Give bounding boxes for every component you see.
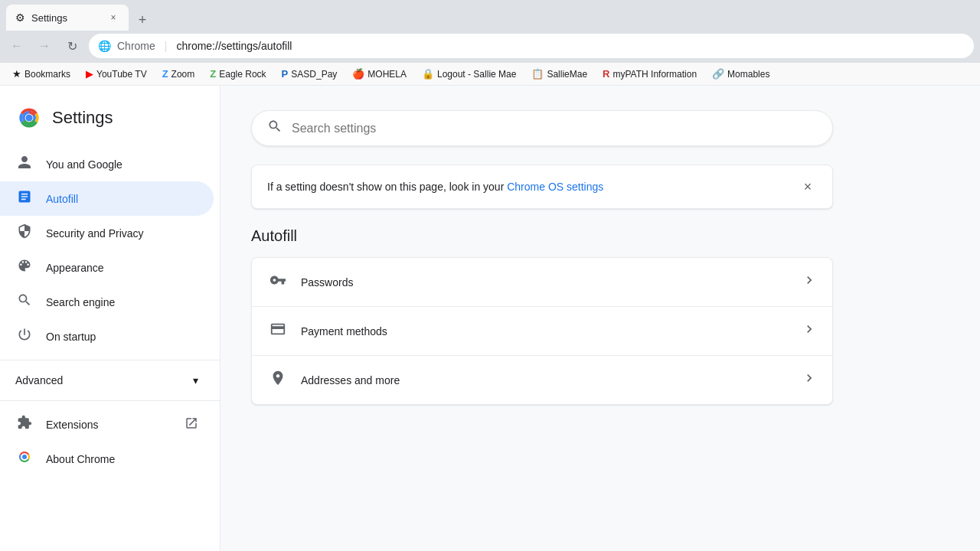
chrome-logo-icon	[15, 104, 43, 132]
bookmark-sasd-pay-label: SASD_Pay	[291, 69, 337, 80]
eagle-rock-icon: Z	[210, 68, 216, 80]
sasd-pay-icon: P	[282, 68, 289, 80]
tab-title: Settings	[31, 12, 67, 24]
payment-methods-row[interactable]: Payment methods	[252, 307, 832, 356]
bookmarks-manager[interactable]: ★ Bookmarks	[6, 66, 77, 82]
info-banner: If a setting doesn't show on this page, …	[251, 165, 833, 209]
sidebar-item-search-engine-label: Search engine	[46, 296, 115, 308]
autofill-icon	[15, 189, 34, 208]
mypath-icon: R	[603, 68, 609, 80]
about-chrome-icon	[15, 449, 34, 468]
on-startup-icon	[15, 327, 34, 346]
url-path: chrome://settings/autofill	[176, 40, 292, 52]
page-content: Settings You and Google Autofill Securit…	[0, 86, 980, 551]
address-bar: ← → ↻ 🌐 Chrome | chrome://settings/autof…	[0, 31, 980, 63]
addresses-label: Addresses and more	[301, 374, 789, 386]
bookmark-momables[interactable]: 🔗 Momables	[706, 66, 776, 82]
extensions-external-link-icon	[185, 416, 198, 433]
sidebar-item-you-google-label: You and Google	[46, 158, 122, 171]
passwords-row[interactable]: Passwords	[252, 258, 832, 307]
browser-frame: ⚙ Settings × + ← → ↻ 🌐 Chrome | chrome:/…	[0, 0, 980, 86]
sidebar-item-about-chrome[interactable]: About Chrome	[0, 442, 214, 476]
bookmark-zoom-label: Zoom	[172, 69, 195, 80]
sidebar-logo: Settings	[0, 98, 220, 147]
forward-button[interactable]: →	[34, 35, 55, 57]
bookmarks-label: Bookmarks	[24, 69, 70, 80]
search-input[interactable]	[292, 122, 817, 135]
banner-text: If a setting doesn't show on this page, …	[267, 181, 603, 193]
bookmark-eagle-rock-label: Eagle Rock	[219, 69, 266, 80]
active-tab[interactable]: ⚙ Settings ×	[6, 5, 129, 31]
bookmark-logout-sallie-mae-label: Logout - Sallie Mae	[437, 69, 516, 80]
sidebar-item-on-startup[interactable]: On startup	[0, 319, 214, 354]
advanced-chevron-icon: ▾	[193, 374, 198, 386]
svg-point-3	[26, 115, 33, 122]
payment-methods-chevron-icon	[802, 321, 817, 341]
tab-favicon: ⚙	[15, 11, 25, 24]
bookmark-momables-label: Momables	[727, 69, 769, 80]
bookmark-salliemae[interactable]: 📋 SallieMae	[525, 66, 593, 82]
passwords-label: Passwords	[301, 276, 789, 289]
bookmark-youtube-tv[interactable]: ▶ YouTube TV	[80, 66, 153, 82]
security-privacy-icon	[15, 223, 34, 243]
advanced-section[interactable]: Advanced ▾	[0, 367, 214, 394]
sidebar-divider-2	[0, 400, 220, 401]
payment-methods-icon	[267, 321, 289, 341]
bookmarks-star-icon: ★	[12, 68, 21, 80]
autofill-settings-card: Passwords Payment methods	[251, 257, 833, 405]
extensions-label: Extensions	[46, 419, 98, 431]
bookmark-youtube-tv-label: YouTube TV	[96, 69, 147, 80]
back-button[interactable]: ←	[6, 35, 28, 57]
bookmark-mohela-label: MOHELA	[368, 69, 407, 80]
sidebar-item-extensions[interactable]: Extensions	[0, 407, 214, 442]
new-tab-button[interactable]: +	[132, 9, 153, 31]
url-security-icon: 🌐	[98, 40, 111, 52]
salliemae-icon: 📋	[531, 68, 544, 80]
bookmark-sasd-pay[interactable]: P SASD_Pay	[276, 66, 344, 82]
sidebar-item-autofill[interactable]: Autofill	[0, 181, 214, 216]
bookmark-mypath[interactable]: R myPATH Information	[596, 66, 703, 82]
zoom-icon: Z	[162, 68, 168, 80]
payment-methods-label: Payment methods	[301, 325, 789, 337]
sallie-mae-logout-icon: 🔒	[422, 68, 434, 80]
advanced-label: Advanced	[15, 374, 63, 386]
you-google-icon	[15, 155, 34, 174]
search-bar-container	[251, 110, 949, 146]
sidebar-item-search-engine[interactable]: Search engine	[0, 285, 214, 319]
momables-icon: 🔗	[712, 68, 724, 80]
sidebar-item-security-privacy-label: Security and Privacy	[46, 227, 144, 240]
svg-point-6	[22, 455, 27, 459]
bookmark-salliemae-label: SallieMae	[547, 69, 587, 80]
tab-close-button[interactable]: ×	[107, 11, 119, 24]
sidebar-divider	[0, 360, 220, 360]
search-bar[interactable]	[251, 110, 833, 146]
url-bar[interactable]: 🌐 Chrome | chrome://settings/autofill	[89, 34, 974, 58]
addresses-chevron-icon	[802, 370, 817, 390]
sidebar-item-about-chrome-label: About Chrome	[46, 453, 115, 465]
sidebar-item-autofill-label: Autofill	[46, 193, 78, 205]
search-engine-icon	[15, 292, 34, 311]
sidebar-title: Settings	[52, 108, 113, 128]
tab-bar: ⚙ Settings × +	[0, 0, 980, 31]
search-icon	[267, 119, 283, 138]
passwords-icon	[267, 272, 289, 292]
addresses-row[interactable]: Addresses and more	[252, 356, 832, 404]
sidebar-item-security-privacy[interactable]: Security and Privacy	[0, 216, 214, 250]
section-title: Autofill	[251, 227, 949, 245]
bookmark-mohela[interactable]: 🍎 MOHELA	[346, 66, 413, 82]
banner-close-button[interactable]: ×	[799, 178, 817, 196]
url-host: Chrome	[117, 40, 155, 52]
sidebar-item-on-startup-label: On startup	[46, 331, 96, 343]
bookmark-mypath-label: myPATH Information	[613, 69, 697, 80]
sidebar-item-appearance-label: Appearance	[46, 262, 104, 274]
chrome-os-settings-link[interactable]: Chrome OS settings	[507, 181, 603, 193]
bookmark-zoom[interactable]: Z Zoom	[156, 66, 201, 82]
youtube-tv-icon: ▶	[86, 68, 93, 80]
sidebar-item-you-google[interactable]: You and Google	[0, 147, 214, 181]
main-content: If a setting doesn't show on this page, …	[220, 86, 980, 551]
url-separator: |	[165, 40, 168, 52]
refresh-button[interactable]: ↻	[61, 35, 83, 57]
bookmark-logout-sallie-mae[interactable]: 🔒 Logout - Sallie Mae	[416, 66, 522, 82]
bookmark-eagle-rock[interactable]: Z Eagle Rock	[204, 66, 272, 82]
sidebar-item-appearance[interactable]: Appearance	[0, 250, 214, 285]
